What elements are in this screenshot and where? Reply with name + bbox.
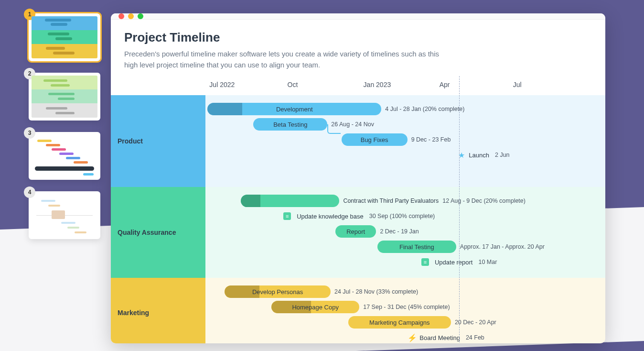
- gantt-bar-meta: 20 Dec - 20 Apr: [455, 316, 496, 329]
- gantt-bar[interactable]: Development: [207, 103, 381, 115]
- bolt-icon: ⚡: [408, 333, 417, 342]
- timeline: Product Quality Assurance Marketing Jul …: [111, 76, 605, 343]
- dependency-connector: [327, 124, 341, 134]
- page-subtitle: Preceden's powerful timeline maker softw…: [124, 49, 449, 70]
- gantt-bar-label: Development: [276, 106, 313, 113]
- gantt-bar[interactable]: Beta Testing: [253, 118, 327, 131]
- gantt-bar-meta: 24 Jul - 28 Nov (33% complete): [334, 285, 418, 298]
- gantt-bar[interactable]: Homepage Copy: [271, 301, 359, 313]
- axis-tick: Jul: [513, 81, 522, 88]
- lane-area-qa: Contract with Third Party Evaluators 12 …: [205, 187, 605, 278]
- axis-tick: Jul 2022: [209, 81, 235, 88]
- gantt-bar[interactable]: Bug Fixes: [342, 133, 408, 146]
- lane-qa: Quality Assurance: [111, 187, 205, 278]
- gantt-milestone[interactable]: ⚡Board Meeting24 Feb: [408, 331, 484, 343]
- gantt-bar-meta: Contract with Third Party Evaluators 12 …: [343, 195, 526, 207]
- gantt-bar[interactable]: Develop Personas: [225, 285, 331, 298]
- minimize-icon[interactable]: [128, 13, 134, 19]
- lane-area-product: Development4 Jul - 28 Jan (20% complete)…: [205, 95, 605, 187]
- note-icon: ≡: [283, 212, 291, 220]
- axis-tick: Oct: [288, 81, 298, 88]
- thumbnail-3[interactable]: 3: [29, 132, 100, 180]
- page-header: Project Timeline Preceden's powerful tim…: [111, 20, 605, 76]
- gantt-bar-meta: 9 Dec - 23 Feb: [411, 133, 451, 146]
- milestone-label: Launch: [469, 152, 489, 159]
- milestone-label: Update report: [435, 259, 473, 266]
- today-marker: [459, 76, 460, 343]
- gantt-bar-meta: 2 Dec - 19 Jan: [380, 225, 419, 238]
- milestone-meta: 10 Mar: [478, 256, 497, 268]
- milestone-label: Update knowledge base: [297, 213, 364, 220]
- gantt-bar-meta: 17 Sep - 31 Dec (45% complete): [363, 301, 450, 313]
- thumbnail-4[interactable]: 4: [29, 191, 100, 239]
- lane-labels: Product Quality Assurance Marketing: [111, 76, 205, 343]
- axis-tick: Apr: [440, 81, 450, 88]
- gantt-bar-label: Final Testing: [399, 243, 434, 251]
- milestone-meta: 30 Sep (100% complete): [369, 210, 435, 222]
- lane-mktg: Marketing: [111, 278, 205, 343]
- gantt-bar[interactable]: [241, 195, 340, 207]
- thumbnail-2[interactable]: 2: [29, 73, 100, 121]
- maximize-icon[interactable]: [138, 13, 143, 19]
- lane-product: Product: [111, 95, 205, 187]
- gantt-bar-label: Report: [346, 228, 365, 235]
- gantt-bar-label: Develop Personas: [252, 288, 303, 296]
- gantt-chart: Jul 2022OctJan 2023AprJul Development4 J…: [205, 76, 605, 343]
- milestone-label: Board Meeting: [419, 334, 460, 341]
- gantt-bar-label: Marketing Campaigns: [369, 319, 429, 326]
- gantt-bar-label: Bug Fixes: [361, 136, 388, 143]
- page-title: Project Timeline: [124, 30, 592, 45]
- lane-area-mktg: Develop Personas24 Jul - 28 Nov (33% com…: [205, 278, 605, 343]
- gantt-milestone[interactable]: ≡Update knowledge base30 Sep (100% compl…: [283, 210, 435, 222]
- axis-tick: Jan 2023: [364, 81, 391, 88]
- gantt-bar[interactable]: Report: [335, 225, 376, 238]
- milestone-meta: 24 Feb: [466, 331, 484, 343]
- star-icon: ★: [457, 151, 466, 159]
- app-window: Project Timeline Preceden's powerful tim…: [111, 13, 605, 343]
- time-axis: Jul 2022OctJan 2023AprJul: [205, 76, 605, 95]
- thumbnail-strip: 1 2 3: [29, 13, 100, 343]
- thumbnail-1[interactable]: 1: [29, 13, 100, 61]
- gantt-bar-meta: 4 Jul - 28 Jan (20% complete): [385, 103, 464, 115]
- gantt-bar-label: Homepage Copy: [292, 304, 339, 311]
- gantt-milestone[interactable]: ★Launch2 Jun: [457, 149, 509, 161]
- gantt-bar[interactable]: Final Testing: [377, 241, 456, 253]
- close-icon[interactable]: [118, 13, 124, 19]
- milestone-meta: 2 Jun: [495, 149, 510, 161]
- note-icon: ≡: [421, 258, 429, 266]
- gantt-bar[interactable]: Marketing Campaigns: [348, 316, 451, 329]
- window-titlebar: [111, 13, 605, 20]
- gantt-bar-label: Beta Testing: [273, 121, 307, 128]
- gantt-bar-meta: Approx. 17 Jan - Approx. 20 Apr: [460, 241, 545, 253]
